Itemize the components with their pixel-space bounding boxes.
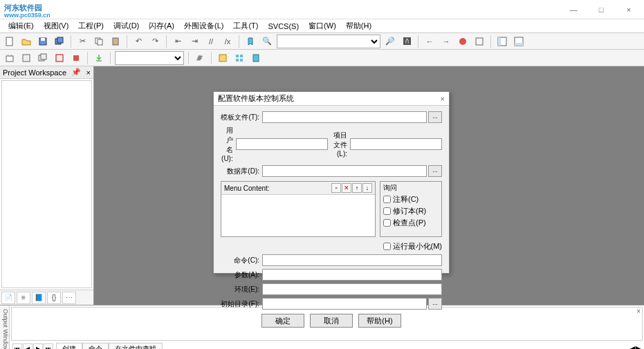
menu-project[interactable]: 工程(P)	[74, 19, 108, 32]
checkbox-checkpoint[interactable]	[383, 219, 391, 227]
input-initdir[interactable]	[262, 298, 427, 310]
menu-window[interactable]: 窗口(W)	[304, 19, 340, 32]
menu-edit[interactable]: 编辑(E)	[4, 19, 38, 32]
comment-icon[interactable]: //	[204, 35, 218, 48]
svg-rect-7	[113, 38, 118, 45]
menu-help[interactable]: 帮助(H)	[342, 19, 376, 32]
label-database: 数据库(D):	[221, 167, 262, 176]
target-combo[interactable]	[115, 51, 184, 65]
sidebar-close-icon[interactable]: ×	[86, 68, 91, 77]
rebuild-icon[interactable]	[36, 51, 50, 65]
indent-left-icon[interactable]: ⇤	[171, 35, 185, 48]
checkbox-comment[interactable]	[383, 196, 391, 203]
menu-peripherals[interactable]: 外围设备(L)	[180, 19, 228, 32]
breakpoint-icon[interactable]	[472, 35, 486, 48]
menu-flash[interactable]: 闪存(A)	[145, 19, 178, 32]
cut-icon[interactable]: ✂	[75, 35, 89, 48]
build-all-icon[interactable]	[53, 51, 66, 65]
maximize-button[interactable]: □	[589, 1, 614, 18]
out-scroll-right-icon[interactable]: ▶	[636, 344, 641, 350]
menu-svcs[interactable]: SVCS(S)	[264, 21, 303, 32]
svg-rect-11	[498, 37, 501, 46]
out-nav-prev-icon[interactable]: ◀	[23, 343, 33, 349]
sidebar-pin-icon[interactable]: 📌	[71, 68, 81, 77]
input-username[interactable]	[236, 138, 328, 150]
debug-icon[interactable]	[456, 35, 470, 48]
uncomment-icon[interactable]: /x	[221, 35, 234, 48]
undo-icon[interactable]: ↶	[131, 35, 145, 48]
window-output-icon[interactable]	[512, 35, 526, 48]
nav-forward-icon[interactable]: →	[439, 35, 453, 48]
tab-regs-icon[interactable]: ≡	[17, 292, 30, 304]
open-file-icon[interactable]	[19, 35, 33, 48]
tab-functions-icon[interactable]: {}	[47, 292, 61, 304]
input-database[interactable]	[262, 165, 427, 177]
tab-templates-icon[interactable]: ⋯	[62, 292, 76, 304]
find-in-files-icon[interactable]: 🔎	[383, 35, 397, 48]
find-combo[interactable]	[277, 35, 380, 48]
window-project-icon[interactable]	[495, 35, 509, 48]
menu-debug[interactable]: 调试(D)	[109, 19, 143, 32]
redo-icon[interactable]: ↷	[148, 35, 162, 48]
incremental-find-icon[interactable]: 🅰	[400, 35, 414, 48]
indent-right-icon[interactable]: ⇥	[187, 35, 201, 48]
ok-button[interactable]: 确定	[261, 314, 304, 328]
save-icon[interactable]	[36, 35, 50, 48]
input-command[interactable]	[262, 254, 442, 266]
minimize-button[interactable]: —	[561, 1, 586, 18]
title-bar: 河东软件园 www.pc0359.cn — □ ×	[0, 0, 644, 19]
cancel-button[interactable]: 取消	[310, 314, 353, 328]
svg-rect-23	[236, 59, 239, 62]
menu-tools[interactable]: 工具(T)	[229, 19, 262, 32]
out-scroll-left-icon[interactable]: ◀	[629, 344, 635, 350]
output-tab-build[interactable]: 创建	[56, 343, 82, 350]
manage-icon[interactable]	[232, 51, 246, 65]
input-projfile[interactable]	[350, 138, 442, 150]
menu-view[interactable]: 视图(V)	[39, 19, 73, 32]
checkbox-run-minimized[interactable]	[383, 243, 391, 250]
input-env[interactable]	[262, 283, 442, 295]
dialog-close-button[interactable]: ×	[441, 95, 445, 103]
project-tree[interactable]	[1, 80, 92, 288]
svg-rect-17	[41, 54, 46, 59]
copy-icon[interactable]	[92, 35, 106, 48]
options-icon[interactable]	[193, 51, 207, 65]
tab-files-icon[interactable]: 📄	[1, 292, 15, 304]
output-tab-findinfiles[interactable]: 在文件中查找	[109, 343, 163, 350]
close-button[interactable]: ×	[616, 1, 641, 18]
out-nav-first-icon[interactable]: ⏮	[12, 343, 22, 349]
output-close-icon[interactable]: ×	[636, 308, 641, 315]
browse-initdir-button[interactable]: ...	[428, 298, 442, 310]
label-command: 命令(C):	[221, 256, 262, 265]
help-button[interactable]: 帮助(H)	[358, 314, 401, 328]
bookmark-icon[interactable]	[243, 35, 257, 48]
browse-database-button[interactable]: ...	[428, 165, 442, 177]
stop-build-icon[interactable]	[69, 51, 83, 65]
watermark: 河东软件园 www.pc0359.cn	[4, 1, 50, 19]
mc-delete-icon[interactable]: ✕	[342, 183, 351, 193]
out-nav-next-icon[interactable]: ▶	[33, 343, 43, 349]
mc-down-icon[interactable]: ↓	[362, 183, 372, 193]
new-file-icon[interactable]	[3, 35, 17, 48]
input-params[interactable]	[262, 269, 442, 281]
file-ext-icon[interactable]	[216, 51, 230, 65]
tab-books-icon[interactable]: 📘	[32, 292, 46, 304]
build-icon[interactable]	[19, 51, 33, 65]
paste-icon[interactable]	[109, 35, 122, 48]
output-tab-command[interactable]: 命令	[82, 343, 109, 350]
browse-template-button[interactable]: ...	[428, 111, 442, 123]
label-env: 环境(E):	[221, 285, 262, 294]
nav-back-icon[interactable]: ←	[423, 35, 436, 48]
find-icon[interactable]: 🔍	[260, 35, 274, 48]
mc-new-icon[interactable]: ▫	[331, 183, 341, 193]
menu-content-list[interactable]	[221, 195, 375, 236]
download-icon[interactable]	[92, 51, 106, 65]
input-template[interactable]	[262, 111, 427, 123]
save-all-icon[interactable]	[53, 35, 66, 48]
build-target-icon[interactable]	[3, 51, 17, 65]
svg-point-8	[459, 38, 466, 45]
mc-up-icon[interactable]: ↑	[352, 183, 362, 193]
checkbox-revision[interactable]	[383, 207, 391, 215]
out-nav-last-icon[interactable]: ⏭	[44, 343, 53, 349]
book-icon[interactable]	[249, 51, 263, 65]
